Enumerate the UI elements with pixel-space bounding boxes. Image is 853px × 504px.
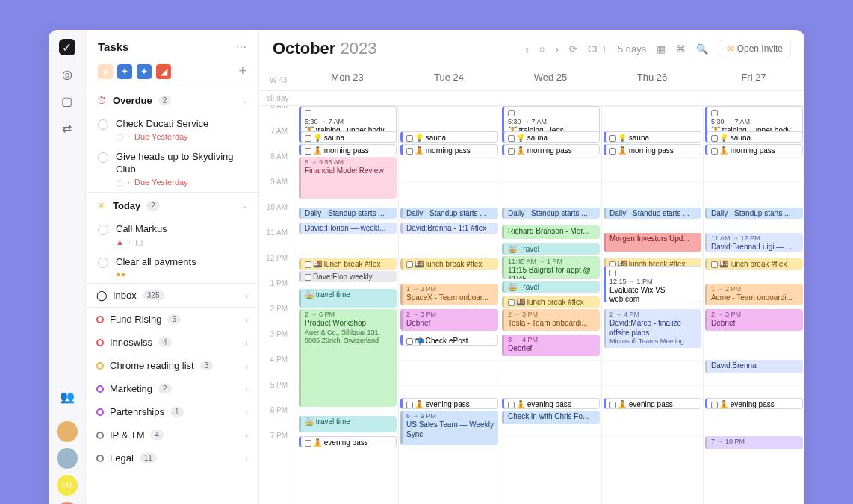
- day-header[interactable]: Thu 26: [601, 67, 703, 84]
- calendar-event[interactable]: 🍱 lunch break #flex: [299, 258, 397, 270]
- day-column[interactable]: 💡 sauna🧘 morning passDaily - Standup sta…: [601, 106, 703, 504]
- calendar-event[interactable]: 🧘 evening pass: [705, 398, 803, 409]
- calendar-event[interactable]: 💡 sauna: [502, 131, 600, 143]
- calendar-event[interactable]: Dave:Elon weekly: [299, 271, 397, 282]
- calendar-event[interactable]: 11:45 AM → 1 PM11:15 Balgrist for appt @…: [502, 256, 600, 279]
- day-column[interactable]: 💡 sauna🧘 morning passDaily - Standup sta…: [398, 106, 500, 504]
- calendar-event[interactable]: 6 → 9 PMUS Sales Team — Weekly Sync: [400, 411, 498, 445]
- next-button[interactable]: ›: [556, 43, 559, 55]
- event-checkbox[interactable]: [609, 148, 616, 155]
- focus-icon[interactable]: ◎: [59, 66, 75, 82]
- event-checkbox[interactable]: [406, 135, 413, 142]
- more-icon[interactable]: ⋯: [236, 41, 246, 53]
- people-icon[interactable]: 👥: [59, 388, 75, 405]
- calendar-event[interactable]: 💡 sauna: [705, 131, 803, 143]
- open-invite-button[interactable]: ✉ Open Invite: [719, 40, 791, 57]
- account-chip[interactable]: ●: [98, 64, 113, 79]
- event-checkbox[interactable]: [711, 261, 718, 268]
- calendar-event[interactable]: 🚋 travel time: [299, 289, 397, 308]
- calendar-event[interactable]: 🚋 Travel: [502, 243, 600, 255]
- day-header[interactable]: Tue 24: [398, 67, 500, 84]
- calendar-event[interactable]: 2 → 4 PMDavid:Marco - finalize offsite p…: [604, 309, 701, 348]
- task-checkbox[interactable]: [98, 152, 108, 163]
- account-chip[interactable]: ✦: [137, 64, 152, 79]
- datepicker-icon[interactable]: ▦: [657, 43, 666, 55]
- calendar-event[interactable]: 3 → 4 PMDebrief: [502, 335, 600, 356]
- event-checkbox[interactable]: [406, 148, 413, 155]
- calendar-event[interactable]: 2 → 3 PMDebrief: [400, 309, 498, 331]
- day-column[interactable]: 5:30 → 7 AM🏋 training - upper body pull💡…: [297, 106, 398, 504]
- event-checkbox[interactable]: [305, 261, 311, 268]
- list-row[interactable]: Marketing 2 ‹: [86, 377, 258, 400]
- event-checkbox[interactable]: [711, 148, 718, 155]
- task-item[interactable]: Check Ducati Service ▢ ·Due Yesterday: [86, 113, 258, 146]
- task-checkbox[interactable]: [98, 225, 108, 235]
- event-checkbox[interactable]: [406, 338, 413, 345]
- event-checkbox[interactable]: [508, 148, 515, 155]
- event-checkbox[interactable]: [609, 135, 616, 142]
- task-item[interactable]: Give heads up to Skydiving Club ▢ ·Due Y…: [86, 146, 258, 192]
- event-checkbox[interactable]: [305, 135, 311, 142]
- task-item[interactable]: Call Markus ▲ ·▢: [86, 219, 258, 252]
- inbox-row[interactable]: ◯ Inbox 325 ‹: [86, 284, 258, 307]
- day-column[interactable]: 5:30 → 7 AM🏋 training - legs💡 sauna🧘 mor…: [500, 106, 601, 504]
- calendar-event[interactable]: 💡 sauna: [400, 131, 498, 143]
- event-checkbox[interactable]: [305, 110, 311, 116]
- shuffle-icon[interactable]: ⇄: [59, 119, 75, 136]
- section-header[interactable]: ⏱ Overdue 2 ⌄: [86, 87, 258, 113]
- calendar-event[interactable]: 2 → 6 PMProduct WorkshopAuer & Co., Sihl…: [299, 309, 397, 407]
- calendar-event[interactable]: 🧘 morning pass: [705, 144, 803, 155]
- event-checkbox[interactable]: [711, 135, 718, 142]
- calendar-event[interactable]: 💡 sauna: [604, 131, 701, 143]
- calendar-event[interactable]: 🧘 morning pass: [502, 144, 600, 155]
- calendar-event[interactable]: Daily - Standup starts ...: [502, 208, 600, 219]
- list-row[interactable]: Innoswiss 4 ‹: [86, 331, 258, 354]
- list-row[interactable]: Partenrships 1 ‹: [86, 400, 258, 423]
- calendar-event[interactable]: David:Brenna: [705, 360, 803, 373]
- calendar-event[interactable]: 1 → 2 PMAcme - Team onboardi...: [705, 284, 803, 305]
- tasks-icon[interactable]: ✓: [59, 39, 75, 55]
- calendar-event[interactable]: 🧘 evening pass: [604, 398, 701, 409]
- calendar-event[interactable]: 🍱 lunch break #flex: [705, 258, 803, 270]
- calendar-event[interactable]: 🧘 morning pass: [299, 144, 397, 155]
- day-column[interactable]: 5:30 → 7 AM🏋 training - upper body push💡…: [703, 106, 804, 504]
- day-header[interactable]: Wed 25: [500, 67, 601, 84]
- list-row[interactable]: Fund Rising 6 ‹: [86, 308, 258, 331]
- calendar-event[interactable]: 🍱 lunch break #flex: [502, 296, 600, 308]
- timezone-label[interactable]: CET: [588, 43, 607, 55]
- calendar-event[interactable]: 🚋 Travel: [502, 281, 600, 293]
- list-row[interactable]: Legal 11 ‹: [86, 447, 258, 470]
- event-checkbox[interactable]: [508, 110, 515, 116]
- calendar-event[interactable]: 🧘 evening pass: [299, 436, 397, 447]
- calendar-event[interactable]: Morgen Investors Upd...: [604, 233, 701, 252]
- event-checkbox[interactable]: [305, 440, 311, 447]
- day-header[interactable]: Mon 23: [297, 67, 398, 84]
- calendar-event[interactable]: 📬 Check ePost: [400, 335, 498, 346]
- prev-button[interactable]: ‹: [525, 43, 528, 55]
- event-checkbox[interactable]: [305, 148, 311, 155]
- calendar-event[interactable]: 2 → 3 PMDebrief: [705, 309, 803, 331]
- section-header[interactable]: ☀ Today 2 ⌄: [86, 193, 258, 219]
- calendar-event[interactable]: 🧘 evening pass: [400, 398, 498, 409]
- calendar-event[interactable]: David:Brenna - 1:1 #flex: [400, 223, 498, 234]
- calendar-icon[interactable]: ▢: [59, 93, 75, 109]
- calendar-event[interactable]: 🚋 travel time: [299, 416, 397, 432]
- range-selector[interactable]: 5 days: [618, 43, 646, 55]
- event-checkbox[interactable]: [609, 270, 616, 276]
- calendar-event[interactable]: Check in with Chris Fo...: [502, 411, 600, 424]
- task-checkbox[interactable]: [98, 119, 108, 130]
- calendar-event[interactable]: 1 → 2 PMSpaceX - Team onboar...: [400, 284, 498, 305]
- calendar-event[interactable]: 7 → 10 PM: [705, 436, 803, 449]
- calendar-event[interactable]: Daily - Standup starts ...: [400, 208, 498, 219]
- calendar-event[interactable]: Daily - Standup starts ...: [604, 208, 701, 219]
- calendar-event[interactable]: 8 → 9:55 AMFinancial Model Review: [299, 157, 397, 199]
- event-checkbox[interactable]: [406, 402, 413, 408]
- event-checkbox[interactable]: [508, 402, 515, 408]
- calendar-event[interactable]: 2 → 3 PMTesla - Team onboardi...: [502, 309, 600, 331]
- calendar-event[interactable]: 🧘 morning pass: [400, 144, 498, 155]
- search-icon[interactable]: 🔍: [696, 43, 708, 55]
- avatar[interactable]: LU: [57, 475, 78, 496]
- event-checkbox[interactable]: [508, 135, 515, 142]
- calendar-event[interactable]: 🍱 lunch break #flex: [400, 258, 498, 270]
- calendar-event[interactable]: Richard Branson - Mor...: [502, 225, 600, 239]
